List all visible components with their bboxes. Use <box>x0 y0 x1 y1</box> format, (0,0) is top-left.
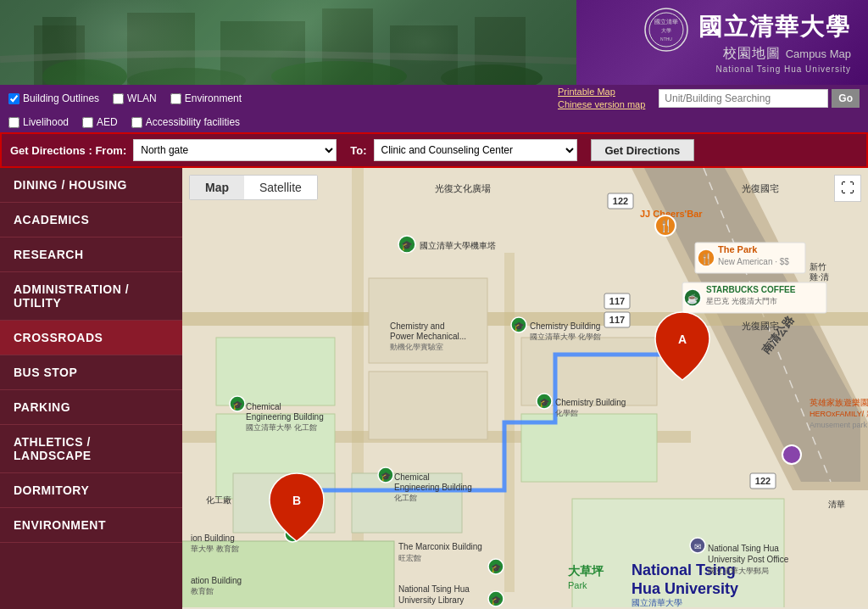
campus-map-english: Campus Map <box>786 47 851 60</box>
directions-from-label: Get Directions : From: <box>10 144 126 157</box>
svg-text:Chemical: Chemical <box>394 472 430 482</box>
svg-text:動機化學實驗室: 動機化學實驗室 <box>390 343 443 351</box>
svg-text:國立清華大學 化學館: 國立清華大學 化學館 <box>530 332 601 341</box>
map-tab-map[interactable]: Map <box>190 176 244 199</box>
checkbox-wlan[interactable]: WLAN <box>113 92 157 104</box>
svg-text:University Library: University Library <box>398 595 464 605</box>
sidebar-item-athletics[interactable]: ATHLETICS / LANDSCAPE <box>0 425 182 473</box>
university-emblem: 國立清華 大學 NTHU <box>643 7 690 53</box>
sidebar: DINING / HOUSING ACADEMICS RESEARCH ADMI… <box>0 168 182 609</box>
sidebar-item-academics[interactable]: ACADEMICS <box>0 203 182 237</box>
checkbox-aed[interactable]: AED <box>82 116 118 128</box>
svg-text:新竹: 新竹 <box>810 262 826 271</box>
svg-text:Chemistry Building: Chemistry Building <box>530 321 600 331</box>
checkbox-livelihood[interactable]: Livelihood <box>8 116 69 128</box>
svg-text:Chemistry and: Chemistry and <box>390 321 444 331</box>
svg-text:英雄家族遊樂園: 英雄家族遊樂園 <box>810 398 868 407</box>
svg-text:122: 122 <box>613 196 628 206</box>
directions-bar: Get Directions : From: North gate South … <box>0 132 868 168</box>
environment-checkbox[interactable] <box>170 93 181 104</box>
svg-text:🎓: 🎓 <box>381 471 392 482</box>
aed-checkbox[interactable] <box>82 117 93 128</box>
unit-building-search-input[interactable] <box>659 89 828 108</box>
campus-map-chinese: 校園地圖 <box>723 45 781 63</box>
svg-text:National Tsing Hua: National Tsing Hua <box>398 584 470 594</box>
livelihood-checkbox[interactable] <box>8 117 19 128</box>
directions-from-select[interactable]: North gate South gate East gate West gat… <box>133 139 337 161</box>
svg-text:化工廠: 化工廠 <box>206 495 231 505</box>
chinese-version-link[interactable]: Chinese version map <box>558 98 645 111</box>
toolbar-links: Printable Map Chinese version map <box>558 86 645 112</box>
sidebar-item-parking[interactable]: PARKING <box>0 390 182 425</box>
fullscreen-button[interactable]: ⛶ <box>834 175 861 202</box>
svg-text:🍴: 🍴 <box>700 252 713 265</box>
svg-text:國立清華大學 化工館: 國立清華大學 化工館 <box>246 423 317 432</box>
checkbox-accessibility-label: Accessibility facilities <box>146 116 240 128</box>
svg-text:大草坪: 大草坪 <box>567 564 604 578</box>
svg-text:清華: 清華 <box>828 500 845 509</box>
sidebar-item-environment[interactable]: ENVIRONMENT <box>0 508 182 543</box>
svg-text:Engineering Building: Engineering Building <box>246 412 324 422</box>
svg-text:化工館: 化工館 <box>394 494 417 502</box>
building-outlines-checkbox[interactable] <box>8 93 19 104</box>
svg-text:🎓: 🎓 <box>539 397 550 408</box>
svg-text:Hua University: Hua University <box>632 580 738 597</box>
header: 國立清華 大學 NTHU 國立清華大學 校園地圖 Campus Map Nati… <box>0 0 868 85</box>
checkbox-building-outlines[interactable]: Building Outlines <box>8 92 99 104</box>
checkbox-building-outlines-label: Building Outlines <box>23 92 99 104</box>
svg-text:Power Mechanical...: Power Mechanical... <box>390 332 466 341</box>
svg-text:☕: ☕ <box>687 293 698 304</box>
map-area[interactable]: Map Satellite ⛶ <box>182 168 868 609</box>
get-directions-button[interactable]: Get Directions <box>591 139 695 161</box>
fullscreen-icon: ⛶ <box>841 181 854 196</box>
svg-text:旺宏館: 旺宏館 <box>398 554 421 562</box>
svg-text:The Marconix Building: The Marconix Building <box>398 542 482 551</box>
sidebar-item-bus-stop[interactable]: BUS STOP <box>0 355 182 390</box>
checkbox-environment[interactable]: Environment <box>170 92 242 104</box>
sidebar-item-dormitory[interactable]: DORMITORY <box>0 473 182 508</box>
sidebar-item-crossroads[interactable]: CROSSROADS <box>0 321 182 355</box>
svg-text:117: 117 <box>609 296 625 306</box>
svg-text:🍴: 🍴 <box>659 219 674 233</box>
svg-text:教育館: 教育館 <box>191 587 214 595</box>
svg-text:Engineering Building: Engineering Building <box>394 483 472 492</box>
checkbox-accessibility[interactable]: Accessibility facilities <box>131 116 240 128</box>
svg-text:University Post Office: University Post Office <box>708 555 789 564</box>
svg-text:華大學 教育館: 華大學 教育館 <box>191 545 239 553</box>
map-tab-satellite[interactable]: Satellite <box>244 176 317 199</box>
svg-text:New American · $$: New American · $$ <box>718 257 789 266</box>
svg-text:✉: ✉ <box>694 542 701 551</box>
search-go-button[interactable]: Go <box>832 89 860 108</box>
svg-text:🎓: 🎓 <box>401 239 413 251</box>
sidebar-item-dining-housing[interactable]: DINING / HOUSING <box>0 168 182 203</box>
svg-text:國立清華: 國立清華 <box>654 19 678 25</box>
svg-text:光復文化廣場: 光復文化廣場 <box>435 183 491 193</box>
printable-map-link[interactable]: Printable Map <box>558 86 645 98</box>
header-logo: 國立清華 大學 NTHU 國立清華大學 校園地圖 Campus Map Nati… <box>576 0 868 85</box>
accessibility-checkbox[interactable] <box>131 117 142 128</box>
svg-text:光復國宅: 光復國宅 <box>742 321 779 331</box>
svg-rect-29 <box>369 372 487 439</box>
svg-text:光復國宅: 光復國宅 <box>742 183 779 193</box>
checkbox-aed-label: AED <box>97 116 118 128</box>
svg-text:🎓: 🎓 <box>491 562 502 573</box>
svg-text:117: 117 <box>609 315 625 325</box>
svg-text:ation Building: ation Building <box>191 576 242 585</box>
map-tabs: Map Satellite <box>189 175 318 200</box>
svg-text:National Tsing Hua: National Tsing Hua <box>708 544 779 553</box>
search-area: Go <box>659 89 860 108</box>
svg-text:Amusement park: Amusement park <box>810 421 868 429</box>
svg-text:122: 122 <box>755 476 771 486</box>
svg-rect-26 <box>216 338 335 405</box>
sidebar-item-administration[interactable]: ADMINISTRATION / UTILITY <box>0 272 182 321</box>
sidebar-item-research[interactable]: RESEARCH <box>0 237 182 272</box>
svg-text:A: A <box>678 332 687 346</box>
toolbar-row1: Building Outlines WLAN Environment Print… <box>0 85 868 112</box>
checkbox-environment-label: Environment <box>185 92 242 104</box>
toolbar-row2: Livelihood AED Accessibility facilities <box>0 112 868 132</box>
svg-text:Chemical: Chemical <box>246 402 281 411</box>
svg-text:ion Building: ion Building <box>191 534 235 543</box>
wlan-checkbox[interactable] <box>113 93 124 104</box>
directions-to-select[interactable]: Clinic and Counseling Center Library Adm… <box>374 139 577 161</box>
svg-text:星巴克 光復清大門市: 星巴克 光復清大門市 <box>706 297 777 305</box>
